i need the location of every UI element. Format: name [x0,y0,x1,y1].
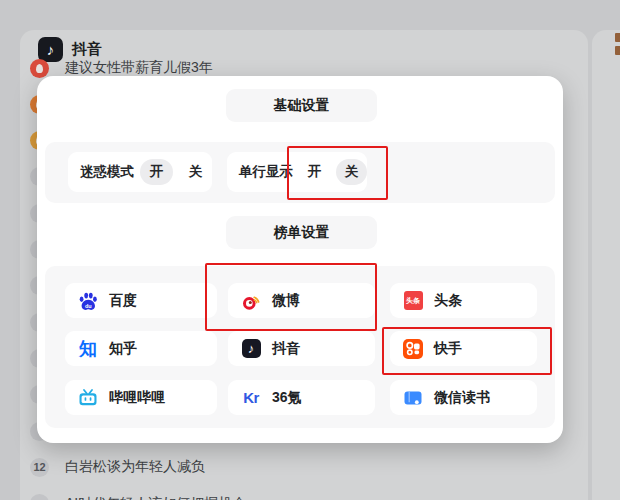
list-item[interactable]: 建议女性带薪育儿假3年 [30,58,213,78]
toggle-confuse-mode: 迷惑模式 开 关 [68,152,212,192]
platform-label: 微信读书 [434,389,490,407]
platform-label: 微博 [272,292,300,310]
bilibili-icon [78,388,98,408]
rank-number: 12 [30,458,49,477]
platform-label: 头条 [434,292,462,310]
wechat-reading-icon [403,388,423,408]
ranking-settings-button[interactable]: 榜单设置 [226,216,377,249]
toggle-single-line: 单行显示 开 关 [227,152,367,192]
platform-label: 快手 [434,340,462,358]
clipped-text-fragment [615,33,620,42]
platform-item-kuaishou[interactable]: 快手 [390,331,537,366]
platform-item-baidu[interactable]: du 百度 [65,283,217,318]
right-card [592,30,620,500]
platform-label: 36氪 [272,389,302,407]
baidu-icon: du [78,291,98,311]
toggle-label: 迷惑模式 [80,163,134,181]
platform-item-bilibili[interactable]: 哔哩哔哩 [65,380,217,415]
platform-item-douyin[interactable]: ♪ 抖音 [228,331,375,366]
page: ♪ 抖音 建议女性带薪育儿假3年12白岩松谈为年轻人减负13AI时代年轻人该如何… [0,0,620,500]
platform-label: 知乎 [109,340,137,358]
single-line-off-option[interactable]: 关 [336,159,367,185]
list-item-label: 白岩松谈为年轻人减负 [65,458,205,476]
platform-item-wechat-reading[interactable]: 微信读书 [390,380,537,415]
36kr-icon: Kr [241,388,261,408]
platform-label: 百度 [109,292,137,310]
app-title: 抖音 [72,40,102,59]
platform-item-zhihu[interactable]: 知 知乎 [65,331,217,366]
clipped-text-fragment [615,46,620,55]
list-item[interactable]: 13AI时代年轻人该如何把握机会 [30,494,246,500]
list-item-label: AI时代年轻人该如何把握机会 [65,495,246,500]
kuaishou-icon [403,339,423,359]
platform-label: 哔哩哔哩 [109,389,165,407]
platform-item-weibo[interactable]: 微博 [228,283,375,318]
weibo-icon [241,291,261,311]
platform-label: 抖音 [272,340,300,358]
confuse-mode-off-option[interactable]: 关 [179,159,212,185]
list-item-label: 建议女性带薪育儿假3年 [65,59,213,77]
rank-badge-icon [30,59,49,78]
single-line-on-option[interactable]: 开 [299,159,330,185]
platform-item-toutiao[interactable]: 头条 头条 [390,283,537,318]
confuse-mode-on-option[interactable]: 开 [140,159,173,185]
svg-text:du: du [85,302,92,308]
platform-item-36kr[interactable]: Kr 36氪 [228,380,375,415]
settings-modal: 基础设置 迷惑模式 开 关 单行显示 开 关 榜单设置 [37,76,563,443]
list-item[interactable]: 12白岩松谈为年轻人减负 [30,457,205,477]
zhihu-icon: 知 [78,339,98,359]
toggle-label: 单行显示 [239,163,293,181]
douyin-icon: ♪ [241,339,261,359]
basic-settings-button[interactable]: 基础设置 [226,89,377,122]
rank-number: 13 [30,494,49,500]
toutiao-icon: 头条 [403,291,423,311]
